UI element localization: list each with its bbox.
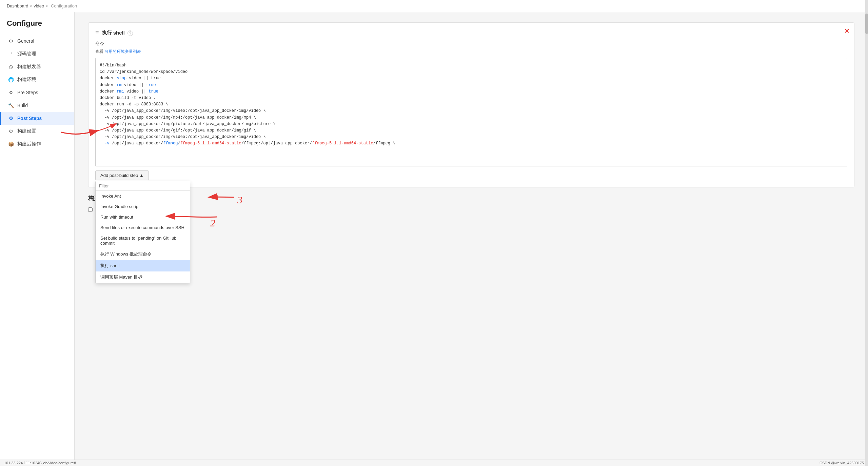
sidebar-item-source[interactable]: ⑂ 源码管理 xyxy=(0,47,74,60)
sidebar-label-general: General xyxy=(17,38,34,44)
sidebar-item-general[interactable]: ⚙ General xyxy=(0,35,74,47)
breadcrumb-dashboard[interactable]: Dashboard xyxy=(7,3,28,8)
sidebar-item-env[interactable]: 🌐 构建环境 xyxy=(0,73,74,86)
sidebar-label-poststeps: Post Steps xyxy=(17,116,42,121)
code-line-4: docker rm video || true xyxy=(100,82,843,88)
command-label: 命令 xyxy=(95,41,847,47)
sidebar-label-env: 构建环境 xyxy=(17,77,36,83)
dropdown-item-set-build-status[interactable]: Set build status to "pending" on GitHub … xyxy=(96,233,190,248)
code-line-1: #!/bin/bash xyxy=(100,62,843,69)
code-line-11: -v /opt/java_app_docker/img/gif:/opt/jav… xyxy=(100,127,843,134)
panel-header: ≡ 执行 shell ? xyxy=(95,29,847,37)
code-line-10: -v /opt/java_app_docker/img/picture:/opt… xyxy=(100,121,843,127)
code-line-3: docker stop video || true xyxy=(100,75,843,82)
topbar: Dashboard > video > Configuration xyxy=(0,0,868,12)
sidebar-title: Configure xyxy=(0,19,74,35)
env-link-text: 查看 xyxy=(95,49,103,54)
code-editor[interactable]: #!/bin/bash cd /var/jenkins_home/workspa… xyxy=(95,58,847,166)
dropdown-item-invoke-gradle[interactable]: Invoke Gradle script xyxy=(96,201,190,212)
email-notification-row: E-mail Notification xyxy=(88,207,854,212)
sidebar-label-source: 源码管理 xyxy=(17,51,36,57)
build-settings-section: 构建设置 E-mail Notification xyxy=(88,194,854,212)
statusbar: 101.33.224.111:10240/job/video/configure… xyxy=(0,460,868,466)
add-step-label: Add post-build step ▲ xyxy=(100,173,144,178)
sidebar-label-buildsettings: 构建设置 xyxy=(17,128,36,134)
sidebar-label-trigger: 构建触发器 xyxy=(17,64,41,70)
breadcrumb-sep2: > xyxy=(45,3,48,8)
code-line-12: -v /opt/java_app_docker/img/video:/opt/j… xyxy=(100,134,843,140)
code-line-5: docker rmi video || true xyxy=(100,88,843,95)
filter-input[interactable] xyxy=(96,181,190,191)
sidebar-item-poststeps[interactable]: ⚙ Post Steps xyxy=(0,112,74,125)
breadcrumb-sep1: > xyxy=(30,3,33,8)
dropdown-item-exec-shell[interactable]: 执行 shell xyxy=(96,260,190,271)
code-line-9: -v /opt/java_app_docker/img/mp4:/opt/jav… xyxy=(100,115,843,121)
add-post-build-step-button[interactable]: Add post-build step ▲ xyxy=(95,170,149,180)
panel-close[interactable]: ✕ xyxy=(844,27,849,35)
scrollbar-thumb[interactable] xyxy=(865,14,868,34)
sidebar-item-trigger[interactable]: ◷ 构建触发器 xyxy=(0,60,74,73)
svg-text:2: 2 xyxy=(210,217,215,228)
code-line-7: docker run -d -p 8083:8083 \ xyxy=(100,101,843,108)
gear-icon-bs: ⚙ xyxy=(8,128,14,134)
sidebar: Configure ⚙ General ⑂ 源码管理 ◷ 构建触发器 🌐 构建环… xyxy=(0,12,75,465)
sidebar-item-buildsettings[interactable]: ⚙ 构建设置 xyxy=(0,125,74,138)
sidebar-label-presteps: Pre Steps xyxy=(17,90,38,95)
sidebar-item-build[interactable]: 🔨 Build xyxy=(0,99,74,112)
panel-title: 执行 shell xyxy=(102,30,125,36)
gear-icon-post: ⚙ xyxy=(8,115,14,121)
sidebar-item-presteps[interactable]: ⚙ Pre Steps xyxy=(0,86,74,99)
dropdown-menu: Invoke Ant Invoke Gradle script Run with… xyxy=(95,181,190,283)
statusbar-url: 101.33.224.111:10240/job/video/configure… xyxy=(4,461,76,465)
page-scrollbar[interactable] xyxy=(865,0,868,466)
box-icon: 📦 xyxy=(8,141,14,147)
statusbar-right: CSDN @weixin_42600175 xyxy=(820,461,864,465)
env-link-anchor[interactable]: 可用的环境变量列表 xyxy=(104,49,141,54)
menu-icon: ≡ xyxy=(95,29,99,37)
gear-icon-pre: ⚙ xyxy=(8,89,14,96)
code-line-2: cd /var/jenkins_home/workspace/video xyxy=(100,69,843,75)
hammer-icon: 🔨 xyxy=(8,102,14,108)
dropdown-item-run-timeout[interactable]: Run with timeout xyxy=(96,212,190,222)
dropdown-item-invoke-ant[interactable]: Invoke Ant xyxy=(96,191,190,201)
code-line-6: docker build -t video . xyxy=(100,95,843,101)
branch-icon: ⑂ xyxy=(8,51,14,57)
build-settings-title: 构建设置 xyxy=(88,194,854,202)
clock-icon: ◷ xyxy=(8,64,14,70)
shell-panel: ≡ 执行 shell ? ✕ 命令 查看 可用的环境变量列表 #!/bin/ba… xyxy=(88,22,854,187)
email-notification-checkbox[interactable] xyxy=(88,207,93,212)
main-content: ≡ 执行 shell ? ✕ 命令 查看 可用的环境变量列表 #!/bin/ba… xyxy=(75,12,868,465)
sidebar-label-build: Build xyxy=(17,103,28,108)
sidebar-label-postbuild: 构建后操作 xyxy=(17,141,41,147)
dropdown-item-exec-windows[interactable]: 执行 Windows 批处理命令 xyxy=(96,248,190,260)
gear-icon: ⚙ xyxy=(8,38,14,44)
breadcrumb-config: Configuration xyxy=(51,3,77,8)
breadcrumb-video[interactable]: video xyxy=(34,3,44,8)
code-line-8: -v /opt/java_app_docker/img/video:/opt/j… xyxy=(100,108,843,114)
env-link-row: 查看 可用的环境变量列表 xyxy=(95,49,847,55)
code-line-13: -v /opt/java_app_docker/ffmpeg/ffmpeg-5.… xyxy=(100,140,843,147)
dropdown-item-send-ssh[interactable]: Send files or execute commands over SSH xyxy=(96,222,190,233)
dropdown-item-invoke-maven[interactable]: 调用顶层 Maven 目标 xyxy=(96,271,190,283)
help-icon[interactable]: ? xyxy=(127,31,133,36)
sidebar-item-postbuild[interactable]: 📦 构建后操作 xyxy=(0,138,74,150)
globe-icon: 🌐 xyxy=(8,77,14,83)
